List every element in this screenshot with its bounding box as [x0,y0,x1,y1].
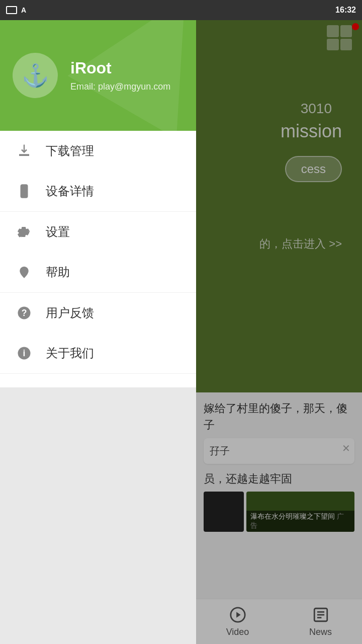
menu-download-label: 下载管理 [46,143,94,159]
device-icon [15,182,33,200]
menu-item-help[interactable]: 帮助 [0,252,196,292]
anchor-icon: ⚓ [22,62,49,89]
window-icon [6,6,17,14]
svg-rect-6 [19,154,29,156]
drawer-header: ⚓ iRoot Email: play@mgyun.com [0,20,196,131]
status-bar: A 16:32 [0,0,362,20]
about-icon: i [15,344,33,362]
download-icon [15,142,33,160]
menu-feedback-label: 用户反馈 [46,305,94,321]
svg-text:i: i [23,348,26,358]
menu-item-download[interactable]: 下载管理 [0,131,196,171]
menu-item-device[interactable]: 设备详情 [0,171,196,211]
drawer-menu: 下载管理 设备详情 设置 [0,131,196,387]
svg-point-9 [23,270,26,272]
status-bar-left: A [6,6,26,14]
drawer-overlay[interactable] [196,20,362,644]
user-email: Email: play@mgyun.com [70,82,170,92]
menu-settings-label: 设置 [46,224,70,240]
user-info: iRoot Email: play@mgyun.com [70,59,170,92]
feedback-icon: ? [15,304,33,322]
settings-icon [15,223,33,241]
app-name: iRoot [70,59,170,77]
input-indicator: A [21,6,26,14]
menu-group-2: 设置 帮助 [0,212,196,293]
menu-group-1: 下载管理 设备详情 [0,131,196,212]
help-icon [15,263,33,281]
drawer-empty-space [0,387,196,644]
svg-text:?: ? [22,308,27,318]
menu-help-label: 帮助 [46,264,70,280]
navigation-drawer: ⚓ iRoot Email: play@mgyun.com 下载管理 [0,20,196,644]
menu-item-about[interactable]: i 关于我们 [0,333,196,373]
menu-item-feedback[interactable]: ? 用户反馈 [0,293,196,333]
menu-group-3: ? 用户反馈 i 关于我们 [0,293,196,374]
menu-device-label: 设备详情 [46,183,94,199]
menu-about-label: 关于我们 [46,345,94,361]
user-avatar[interactable]: ⚓ [13,53,58,98]
menu-item-settings[interactable]: 设置 [0,212,196,252]
status-time: 16:32 [335,6,356,15]
